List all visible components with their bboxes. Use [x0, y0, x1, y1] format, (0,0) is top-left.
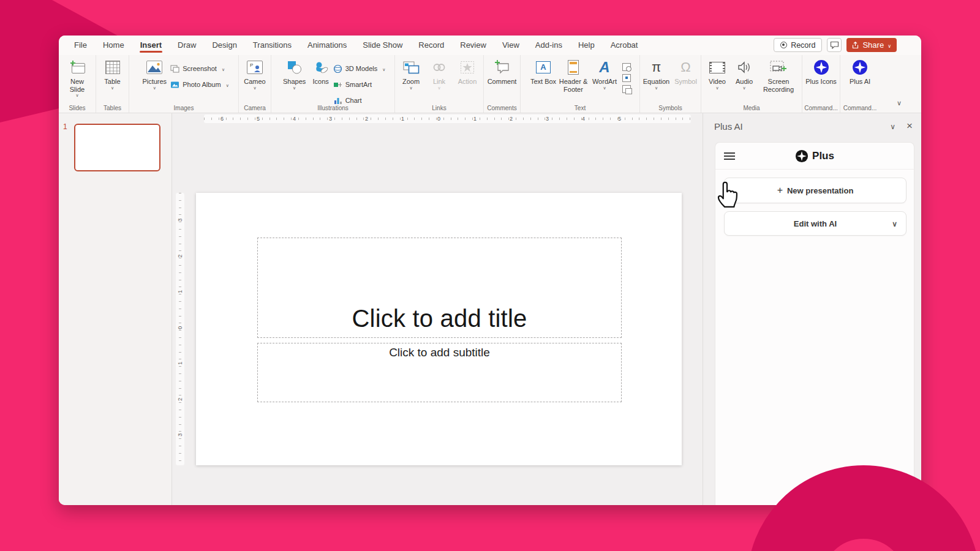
photo-album-button[interactable]: Photo Album	[170, 78, 229, 91]
slide-number-button[interactable]	[622, 74, 631, 82]
date-time-button[interactable]	[622, 63, 631, 71]
video-button[interactable]: Video	[704, 58, 731, 91]
horizontal-ruler-numbers: 654 321 012 345	[204, 114, 638, 123]
menu-item-record[interactable]: Record	[410, 36, 452, 55]
video-label: Video	[709, 78, 726, 86]
share-button-label: Share	[862, 40, 884, 50]
audio-icon	[737, 61, 751, 73]
smartart-button[interactable]: SmartArt	[333, 78, 386, 91]
slide-thumbnail[interactable]	[74, 124, 160, 171]
new-presentation-label: New presentation	[787, 186, 853, 195]
action-label: Action	[458, 78, 477, 86]
edit-with-ai-button[interactable]: Edit with AI	[724, 211, 907, 236]
cameo-label: Cameo	[244, 78, 265, 86]
menu-item-add-ins[interactable]: Add-ins	[527, 36, 570, 55]
zoom-button[interactable]: Zoom	[397, 58, 425, 91]
plus-brand-name: Plus	[812, 150, 834, 162]
header-footer-button[interactable]: Header & Footer	[557, 58, 589, 93]
equation-caret-icon	[655, 86, 658, 91]
menu-item-design[interactable]: Design	[204, 36, 244, 55]
task-pane-chevron-down-icon[interactable]	[890, 121, 895, 132]
comment-button[interactable]: Comment	[486, 58, 519, 86]
menu-item-review[interactable]: Review	[452, 36, 494, 55]
comments-button[interactable]	[827, 38, 842, 52]
edit-with-ai-chevron-icon	[892, 219, 897, 228]
link-button: Link	[425, 58, 453, 91]
equation-button[interactable]: Equation	[641, 58, 672, 91]
table-label: Table	[104, 78, 120, 86]
cameo-button[interactable]: P Cameo	[241, 58, 269, 91]
link-caret-icon	[437, 86, 440, 91]
slide-editing-area: 654 321 012 345 321 012 3 Click to add t…	[172, 113, 703, 505]
slide-canvas[interactable]: Click to add title Click to add subtitle	[196, 193, 682, 465]
ribbon-group-symbols: Equation Symbol Symbols	[640, 55, 701, 113]
pictures-label: Pictures	[142, 78, 167, 86]
share-button[interactable]: Share	[846, 38, 897, 52]
wordart-label: WordArt	[592, 78, 617, 86]
shapes-label: Shapes	[283, 78, 306, 86]
shapes-caret-icon	[293, 86, 296, 91]
new-slide-label: New Slide	[63, 78, 91, 93]
table-button[interactable]: Table	[99, 58, 127, 91]
text-box-icon	[536, 61, 551, 73]
menu-item-slide-show[interactable]: Slide Show	[355, 36, 410, 55]
ribbon-group-label: Camera	[239, 105, 271, 111]
icons-icon	[314, 61, 328, 74]
task-pane-close-icon[interactable]	[907, 121, 913, 132]
screen-recording-button[interactable]: Screen Recording	[758, 58, 799, 93]
menu-item-animations[interactable]: Animations	[300, 36, 355, 55]
title-placeholder[interactable]: Click to add title	[257, 238, 622, 338]
title-placeholder-text: Click to add title	[352, 305, 527, 332]
cameo-caret-icon	[253, 86, 256, 91]
subtitle-placeholder[interactable]: Click to add subtitle	[257, 343, 622, 402]
ribbon-group-images: Pictures Screenshot Pho	[129, 55, 239, 113]
plus-icons-button[interactable]: Plus Icons	[805, 58, 837, 86]
new-slide-icon	[69, 60, 86, 75]
plus-ai-task-pane: Plus AI Plus New presentation	[703, 113, 921, 505]
new-slide-button[interactable]: New Slide	[63, 58, 91, 98]
record-button[interactable]: Record	[774, 38, 822, 52]
ribbon-group-label: Tables	[96, 105, 129, 111]
screen-recording-icon	[770, 61, 787, 74]
audio-button[interactable]: Audio	[731, 58, 758, 91]
ribbon-group-label: Command...	[802, 105, 840, 111]
table-caret-icon	[111, 86, 114, 91]
ribbon-group-links: Zoom Link	[395, 55, 484, 113]
screen-recording-label: Screen Recording	[758, 78, 799, 93]
menu-item-home[interactable]: Home	[95, 36, 132, 55]
shapes-button[interactable]: Shapes	[281, 58, 309, 91]
ribbon-group-label: Links	[395, 105, 483, 111]
ribbon-group-slides: New Slide Slides	[59, 55, 96, 113]
text-box-button[interactable]: Text Box	[529, 58, 557, 86]
plus-ai-button[interactable]: Plus AI	[844, 58, 876, 86]
icons-button[interactable]: Icons	[309, 58, 333, 86]
powerpoint-window: File Home Insert Draw Design Transitions…	[59, 36, 921, 505]
menu-item-draw[interactable]: Draw	[170, 36, 204, 55]
equation-icon	[652, 59, 661, 75]
photo-album-caret-icon	[224, 81, 229, 88]
task-pane-title: Plus AI	[714, 121, 743, 132]
menu-item-acrobat[interactable]: Acrobat	[603, 36, 646, 55]
menu-item-file[interactable]: File	[66, 36, 95, 55]
screenshot-button[interactable]: Screenshot	[170, 62, 229, 75]
hamburger-menu-icon[interactable]	[724, 152, 735, 160]
ribbon-group-media: Video Audio	[701, 55, 802, 113]
subtitle-placeholder-text: Click to add subtitle	[389, 346, 490, 359]
slide-number: 1	[63, 122, 67, 131]
ribbon-group-command2: Plus AI Command...	[840, 55, 880, 113]
header-footer-label: Header & Footer	[557, 78, 589, 93]
menu-item-view[interactable]: View	[494, 36, 527, 55]
link-label: Link	[433, 78, 445, 86]
record-icon	[780, 42, 787, 48]
object-button[interactable]	[622, 85, 631, 93]
collapse-ribbon-icon[interactable]	[897, 99, 902, 107]
wordart-button[interactable]: WordArt	[589, 58, 620, 91]
pictures-button[interactable]: Pictures	[138, 58, 170, 91]
menu-item-transitions[interactable]: Transitions	[245, 36, 300, 55]
new-presentation-button[interactable]: New presentation	[724, 178, 907, 203]
zoom-caret-icon	[409, 86, 412, 91]
menu-item-insert[interactable]: Insert	[132, 36, 170, 55]
menu-item-help[interactable]: Help	[570, 36, 603, 55]
smartart-label: SmartArt	[345, 81, 372, 88]
3d-models-button[interactable]: 3D Models	[333, 62, 386, 75]
